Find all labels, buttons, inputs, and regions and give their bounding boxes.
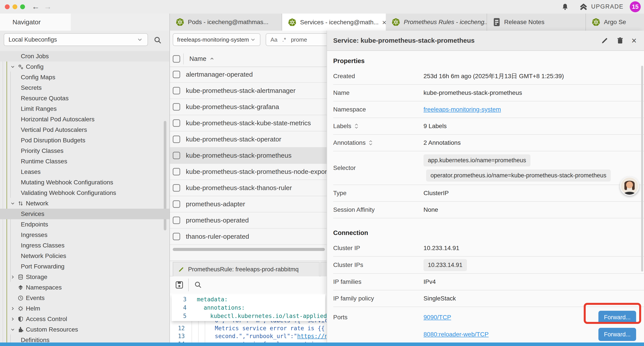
- save-icon[interactable]: [175, 280, 184, 290]
- sidebar-item-vertical-pod-autoscalers[interactable]: Vertical Pod Autoscalers: [0, 125, 170, 135]
- back-arrow-icon[interactable]: ←: [32, 2, 40, 11]
- close-tab-icon[interactable]: ×: [382, 18, 386, 27]
- sidebar-item-config-maps[interactable]: Config Maps: [0, 72, 170, 82]
- forward-arrow-icon[interactable]: →: [44, 2, 52, 11]
- code-line[interactable]: 3 metadata:: [172, 295, 325, 304]
- sidebar-item-services[interactable]: Services: [0, 209, 170, 219]
- forward-button[interactable]: Forward...: [598, 328, 636, 341]
- sidebar-item-network-policies[interactable]: Network Policies: [0, 251, 170, 261]
- upgrade-icon[interactable]: [579, 3, 588, 11]
- service-search-input[interactable]: Aa .* prome: [266, 33, 326, 46]
- traffic-light-close-icon[interactable]: [5, 4, 10, 9]
- select-all-checkbox[interactable]: [173, 55, 180, 63]
- search-icon[interactable]: [194, 281, 202, 289]
- yaml-editor[interactable]: 0', 'for': 'm', labels :{ 'service': 3 m…: [170, 294, 326, 343]
- match-case-toggle[interactable]: Aa: [270, 36, 278, 43]
- labels-sort-control[interactable]: Labels: [333, 123, 424, 130]
- port-link[interactable]: 9090/TCP: [424, 314, 598, 321]
- table-row[interactable]: thanos-ruler-operated: [170, 229, 326, 245]
- table-row[interactable]: kube-prometheus-stack-thanos-ruler: [170, 180, 326, 196]
- row-checkbox[interactable]: [173, 200, 180, 208]
- code-line[interactable]: 12 Metrics service error rate is {{ $va: [170, 324, 326, 333]
- tab-prometheus-rules[interactable]: Prometheus Rules - icecheng...: [386, 13, 487, 31]
- table-row[interactable]: kube-prometheus-stack-grafana: [170, 99, 326, 115]
- table-row[interactable]: prometheus-operated: [170, 212, 326, 229]
- sidebar-item-runtime-classes[interactable]: Runtime Classes: [0, 156, 170, 167]
- sidebar-item-limit-ranges[interactable]: Limit Ranges: [0, 104, 170, 114]
- code-line[interactable]: 13 second.","runbook_url":"https://net: [170, 332, 326, 340]
- drawer-scrollbar[interactable]: [641, 66, 643, 272]
- table-row-selected[interactable]: kube-prometheus-stack-prometheus: [170, 148, 326, 164]
- kubeconfig-selector[interactable]: Local Kubeconfigs: [4, 33, 148, 46]
- row-checkbox[interactable]: [173, 87, 180, 94]
- table-row[interactable]: alertmanager-operated: [170, 66, 326, 83]
- sidebar-item-pod-disruption-budgets[interactable]: Pod Disruption Budgets: [0, 135, 170, 146]
- sidebar-item-ingress-classes[interactable]: Ingress Classes: [0, 240, 170, 251]
- row-checkbox[interactable]: [173, 184, 180, 192]
- search-icon[interactable]: [154, 36, 162, 45]
- sidebar-item-definitions[interactable]: Definitions: [0, 335, 170, 343]
- row-checkbox[interactable]: [173, 136, 180, 143]
- table-row[interactable]: kube-prometheus-stack-alertmanager: [170, 83, 326, 99]
- sidebar-item-helm[interactable]: Helm: [0, 303, 170, 314]
- sidebar-item-resource-quotas[interactable]: Resource Quotas: [0, 93, 170, 104]
- sidebar-item-custom-resources[interactable]: Custom Resources: [0, 324, 170, 335]
- table-row[interactable]: kube-prometheus-stack-prometheus-node-ex…: [170, 164, 326, 180]
- tab-pods[interactable]: Pods - icecheng@mathmas...: [170, 13, 282, 31]
- namespace-link[interactable]: freeleaps-monitoring-system: [424, 106, 501, 113]
- tab-release-notes[interactable]: Release Notes: [487, 13, 586, 31]
- editor-tab-partial[interactable]: [320, 262, 326, 276]
- table-row[interactable]: kube-prometheus-stack-kube-state-metrics: [170, 115, 326, 131]
- row-checkbox[interactable]: [173, 103, 180, 111]
- upgrade-label[interactable]: UPGRADE: [591, 3, 624, 10]
- port-link[interactable]: 8080:reloader-web/TCP: [424, 331, 598, 338]
- sidebar-item-endpoints[interactable]: Endpoints: [0, 219, 170, 230]
- annotations-sort-control[interactable]: Annotations: [333, 139, 424, 146]
- sidebar-item-access-control[interactable]: Access Control: [0, 314, 170, 324]
- sidebar-item-secrets[interactable]: Secrets: [0, 82, 170, 93]
- sidebar-item-cron-jobs[interactable]: Cron Jobs: [0, 51, 170, 61]
- row-checkbox[interactable]: [173, 119, 180, 127]
- edit-pencil-icon[interactable]: [601, 36, 609, 44]
- row-checkbox[interactable]: [173, 217, 180, 224]
- selector-chip: app.kubernetes.io/name=prometheus: [424, 154, 530, 166]
- sidebar-item-config[interactable]: Config: [0, 61, 170, 72]
- sidebar-item-namespaces[interactable]: Namespaces: [0, 282, 170, 293]
- trash-icon[interactable]: [616, 36, 624, 44]
- table-row[interactable]: prometheus-adapter: [170, 196, 326, 212]
- horizontal-scrollbar[interactable]: [173, 248, 325, 251]
- regex-toggle[interactable]: .*: [282, 36, 286, 43]
- traffic-light-maximize-icon[interactable]: [20, 4, 25, 9]
- sidebar-item-validating-webhook-configurations[interactable]: Validating Webhook Configurations: [0, 188, 170, 198]
- traffic-light-minimize-icon[interactable]: [12, 4, 17, 9]
- code-link[interactable]: https://net: [297, 333, 326, 340]
- close-icon[interactable]: ×: [632, 36, 636, 44]
- sidebar-item-ingresses[interactable]: Ingresses: [0, 230, 170, 240]
- sidebar-item-port-forwarding[interactable]: Port Forwarding: [0, 261, 170, 272]
- code-line[interactable]: 5 kubectl.kubernetes.io/last-applied-co: [172, 312, 325, 320]
- row-checkbox[interactable]: [173, 168, 180, 175]
- sidebar-item-events[interactable]: Events: [0, 293, 170, 303]
- row-checkbox[interactable]: [173, 152, 180, 159]
- notification-badge[interactable]: 15: [630, 1, 641, 12]
- sidebar-item-network[interactable]: Network: [0, 198, 170, 209]
- services-list-panel: freeleaps-monitoring-system Aa .* prome …: [170, 31, 326, 343]
- sidebar-item-leases[interactable]: Leases: [0, 167, 170, 177]
- sidebar-item-priority-classes[interactable]: Priority Classes: [0, 146, 170, 156]
- row-checkbox[interactable]: [173, 71, 180, 78]
- bell-icon[interactable]: [561, 3, 569, 11]
- code-line[interactable]: 14 error rate in freeleaps metrics ser: [170, 340, 326, 343]
- tab-argo[interactable]: Argo Se: [586, 13, 644, 31]
- avatar[interactable]: [620, 177, 639, 196]
- name-column-header[interactable]: Name: [190, 55, 214, 62]
- tab-services[interactable]: Services - icecheng@math... ×: [282, 13, 386, 31]
- row-checkbox[interactable]: [173, 233, 180, 240]
- sidebar-item-mutating-webhook-configurations[interactable]: Mutating Webhook Configurations: [0, 177, 170, 188]
- tab-label: Argo Se: [604, 19, 626, 26]
- editor-tab-prometheusrule[interactable]: PrometheusRule: freeleaps-prod-rabbitmq: [173, 262, 320, 276]
- namespace-filter-select[interactable]: freeleaps-monitoring-system: [173, 33, 260, 46]
- sidebar-item-horizontal-pod-autoscalers[interactable]: Horizontal Pod Autoscalers: [0, 114, 170, 125]
- sidebar-item-storage[interactable]: Storage: [0, 272, 170, 282]
- table-row[interactable]: kube-prometheus-stack-operator: [170, 131, 326, 148]
- code-line[interactable]: 4 annotations:: [172, 304, 325, 312]
